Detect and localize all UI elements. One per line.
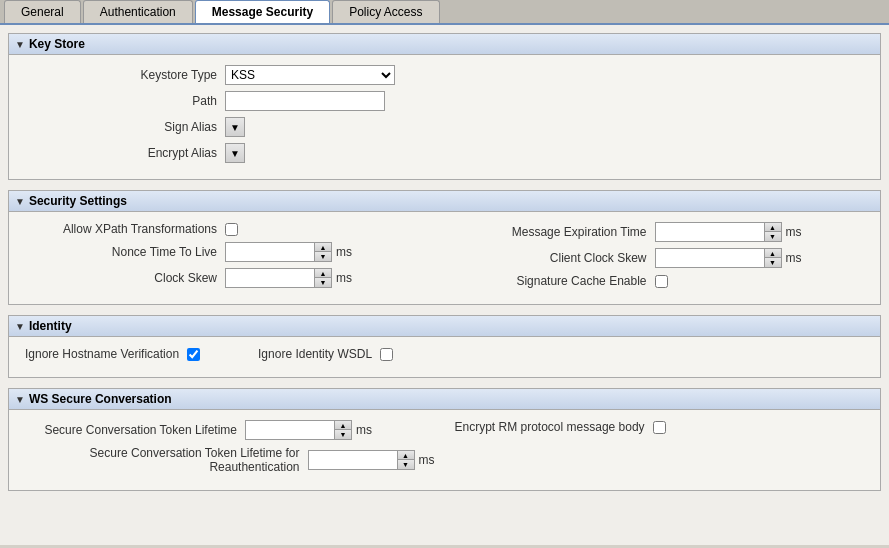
sc-token-lifetime-spinner: 1800000 ▲ ▼ ms (245, 420, 372, 440)
sign-alias-dropdown[interactable]: ▼ (225, 117, 245, 137)
nonce-ttl-down-button[interactable]: ▼ (315, 252, 331, 261)
sc-token-reauth-down-button[interactable]: ▼ (398, 460, 414, 469)
clock-skew-up-button[interactable]: ▲ (315, 269, 331, 278)
sc-token-reauth-spinner: 28800000 ▲ ▼ ms (308, 450, 435, 470)
identity-row: Ignore Hostname Verification Ignore Iden… (25, 347, 864, 361)
identity-chevron-icon: ▼ (15, 321, 25, 332)
sc-token-reauth-spinner-buttons: ▲ ▼ (398, 450, 415, 470)
nonce-ttl-unit: ms (336, 245, 352, 259)
security-settings-chevron-icon: ▼ (15, 196, 25, 207)
key-store-chevron-icon: ▼ (15, 39, 25, 50)
clock-skew-spinner-buttons: ▲ ▼ (315, 268, 332, 288)
sc-token-reauth-up-button[interactable]: ▲ (398, 451, 414, 460)
identity-section: ▼ Identity Ignore Hostname Verification … (8, 315, 881, 378)
key-store-body: Keystore Type KSS JKS PKCS12 Path Sign A… (9, 55, 880, 179)
security-settings-right: Message Expiration Time 300000 ▲ ▼ ms C (455, 222, 865, 294)
identity-title: Identity (29, 319, 72, 333)
encrypt-alias-row: Encrypt Alias ▼ (25, 143, 864, 163)
allow-xpath-label: Allow XPath Transformations (25, 222, 225, 236)
sig-cache-row: Signature Cache Enable (455, 274, 865, 288)
nonce-ttl-row: Nonce Time To Live 28800000 ▲ ▼ ms (25, 242, 435, 262)
security-settings-columns: Allow XPath Transformations Nonce Time T… (25, 222, 864, 294)
msg-exp-down-button[interactable]: ▼ (765, 232, 781, 241)
main-content: ▼ Key Store Keystore Type KSS JKS PKCS12… (0, 25, 889, 545)
client-clock-skew-down-button[interactable]: ▼ (765, 258, 781, 267)
sc-token-lifetime-up-button[interactable]: ▲ (335, 421, 351, 430)
sign-alias-label: Sign Alias (25, 120, 225, 134)
nonce-ttl-spinner: 28800000 ▲ ▼ ms (225, 242, 352, 262)
tab-message-security[interactable]: Message Security (195, 0, 330, 23)
tab-general[interactable]: General (4, 0, 81, 23)
msg-exp-spinner: 300000 ▲ ▼ ms (655, 222, 802, 242)
sc-token-lifetime-input[interactable]: 1800000 (245, 420, 335, 440)
ws-secure-conversation-title: WS Secure Conversation (29, 392, 172, 406)
keystore-type-control: KSS JKS PKCS12 (225, 65, 395, 85)
nonce-ttl-label: Nonce Time To Live (25, 245, 225, 259)
ws-secure-conversation-header[interactable]: ▼ WS Secure Conversation (9, 389, 880, 410)
ignore-hostname-label: Ignore Hostname Verification (25, 347, 187, 361)
ignore-wsdl-checkbox[interactable] (380, 348, 393, 361)
encrypt-alias-dropdown[interactable]: ▼ (225, 143, 245, 163)
identity-body: Ignore Hostname Verification Ignore Iden… (9, 337, 880, 377)
keystore-type-row: Keystore Type KSS JKS PKCS12 (25, 65, 864, 85)
allow-xpath-checkbox[interactable] (225, 223, 238, 236)
sc-token-reauth-input[interactable]: 28800000 (308, 450, 398, 470)
identity-header[interactable]: ▼ Identity (9, 316, 880, 337)
client-clock-skew-spinner: 0 ▲ ▼ ms (655, 248, 802, 268)
clock-skew-input[interactable]: 360000 (225, 268, 315, 288)
sig-cache-checkbox[interactable] (655, 275, 668, 288)
ws-left: Secure Conversation Token Lifetime 18000… (25, 420, 435, 480)
ws-columns: Secure Conversation Token Lifetime 18000… (25, 420, 864, 480)
ignore-wsdl-label: Ignore Identity WSDL (240, 347, 380, 361)
ws-secure-conversation-chevron-icon: ▼ (15, 394, 25, 405)
client-clock-skew-unit: ms (786, 251, 802, 265)
sig-cache-label: Signature Cache Enable (455, 274, 655, 288)
sc-token-lifetime-down-button[interactable]: ▼ (335, 430, 351, 439)
ignore-hostname-group: Ignore Hostname Verification (25, 347, 200, 361)
msg-exp-spinner-buttons: ▲ ▼ (765, 222, 782, 242)
allow-xpath-row: Allow XPath Transformations (25, 222, 435, 236)
security-settings-header[interactable]: ▼ Security Settings (9, 191, 880, 212)
client-clock-skew-label: Client Clock Skew (455, 251, 655, 265)
encrypt-alias-label: Encrypt Alias (25, 146, 225, 160)
sign-alias-row: Sign Alias ▼ (25, 117, 864, 137)
ignore-hostname-checkbox[interactable] (187, 348, 200, 361)
path-input[interactable] (225, 91, 385, 111)
ignore-wsdl-group: Ignore Identity WSDL (240, 347, 393, 361)
clock-skew-label: Clock Skew (25, 271, 225, 285)
encrypt-rm-label: Encrypt RM protocol message body (455, 420, 653, 434)
tab-authentication[interactable]: Authentication (83, 0, 193, 23)
client-clock-skew-up-button[interactable]: ▲ (765, 249, 781, 258)
nonce-ttl-up-button[interactable]: ▲ (315, 243, 331, 252)
security-settings-body: Allow XPath Transformations Nonce Time T… (9, 212, 880, 304)
sc-token-reauth-label: Secure Conversation Token Lifetime for R… (25, 446, 308, 474)
msg-exp-up-button[interactable]: ▲ (765, 223, 781, 232)
encrypt-rm-row: Encrypt RM protocol message body (455, 420, 865, 434)
keystore-type-select[interactable]: KSS JKS PKCS12 (225, 65, 395, 85)
client-clock-skew-input[interactable]: 0 (655, 248, 765, 268)
sc-token-lifetime-unit: ms (356, 423, 372, 437)
security-settings-title: Security Settings (29, 194, 127, 208)
security-settings-left: Allow XPath Transformations Nonce Time T… (25, 222, 435, 294)
msg-exp-row: Message Expiration Time 300000 ▲ ▼ ms (455, 222, 865, 242)
clock-skew-row: Clock Skew 360000 ▲ ▼ ms (25, 268, 435, 288)
clock-skew-spinner: 360000 ▲ ▼ ms (225, 268, 352, 288)
ws-secure-conversation-body: Secure Conversation Token Lifetime 18000… (9, 410, 880, 490)
encrypt-rm-checkbox[interactable] (653, 421, 666, 434)
client-clock-skew-row: Client Clock Skew 0 ▲ ▼ ms (455, 248, 865, 268)
sc-token-reauth-unit: ms (419, 453, 435, 467)
sc-token-reauth-row: Secure Conversation Token Lifetime for R… (25, 446, 435, 474)
clock-skew-unit: ms (336, 271, 352, 285)
client-clock-skew-spinner-buttons: ▲ ▼ (765, 248, 782, 268)
clock-skew-down-button[interactable]: ▼ (315, 278, 331, 287)
sc-token-lifetime-label: Secure Conversation Token Lifetime (25, 423, 245, 437)
tab-policy-access[interactable]: Policy Access (332, 0, 439, 23)
ws-right: Encrypt RM protocol message body (455, 420, 865, 480)
key-store-header[interactable]: ▼ Key Store (9, 34, 880, 55)
sc-token-lifetime-spinner-buttons: ▲ ▼ (335, 420, 352, 440)
msg-exp-input[interactable]: 300000 (655, 222, 765, 242)
tab-bar: General Authentication Message Security … (0, 0, 889, 25)
nonce-ttl-input[interactable]: 28800000 (225, 242, 315, 262)
security-settings-section: ▼ Security Settings Allow XPath Transfor… (8, 190, 881, 305)
keystore-type-label: Keystore Type (25, 68, 225, 82)
